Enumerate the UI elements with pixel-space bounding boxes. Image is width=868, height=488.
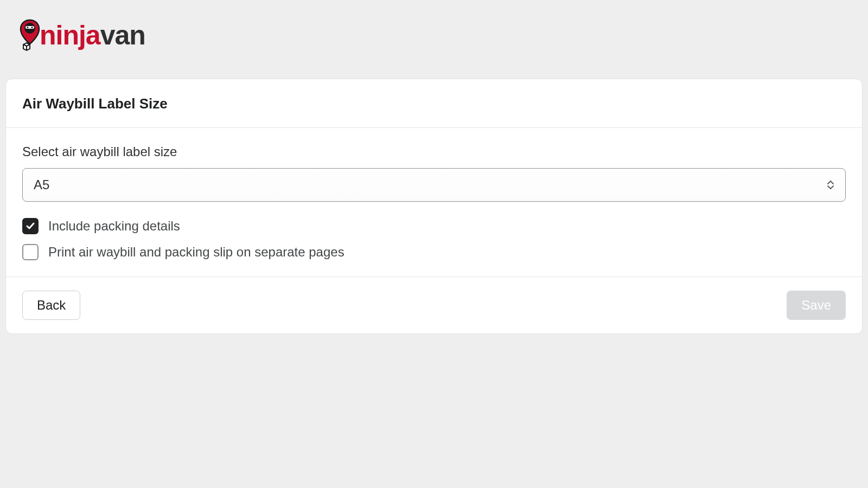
svg-point-3 <box>31 27 33 28</box>
svg-rect-1 <box>25 26 34 29</box>
card-header: Air Waybill Label Size <box>6 79 862 128</box>
logo-text-ninja: ninja <box>40 20 100 50</box>
checkbox-row-include-packing: Include packing details <box>22 218 846 234</box>
brand-logo: ninjavan <box>5 5 863 62</box>
select-chevrons-icon <box>827 181 834 189</box>
card-body: Select air waybill label size A5 Include… <box>6 128 862 277</box>
card-footer: Back Save <box>6 277 862 333</box>
back-button[interactable]: Back <box>22 291 80 320</box>
label-size-select-wrap: A5 <box>22 168 846 202</box>
logo-text: ninjavan <box>40 22 145 49</box>
card-title: Air Waybill Label Size <box>22 95 846 112</box>
checkbox-row-separate-pages: Print air waybill and packing slip on se… <box>22 244 846 260</box>
checkbox-include-packing[interactable] <box>22 218 39 234</box>
checkbox-label: Print air waybill and packing slip on se… <box>48 245 344 260</box>
label-size-select[interactable]: A5 <box>22 168 846 202</box>
svg-point-2 <box>27 27 29 28</box>
label-size-field-label: Select air waybill label size <box>22 144 846 159</box>
checkbox-group: Include packing details Print air waybil… <box>22 218 846 260</box>
page: ninjavan Air Waybill Label Size Select a… <box>0 0 868 334</box>
logo-pin-icon <box>19 19 41 52</box>
label-size-select-value: A5 <box>34 177 49 192</box>
logo-text-van: van <box>100 20 145 50</box>
checkbox-label: Include packing details <box>48 219 180 234</box>
checkbox-separate-pages[interactable] <box>22 244 39 260</box>
save-button[interactable]: Save <box>787 291 846 320</box>
settings-card: Air Waybill Label Size Select air waybil… <box>5 79 863 334</box>
